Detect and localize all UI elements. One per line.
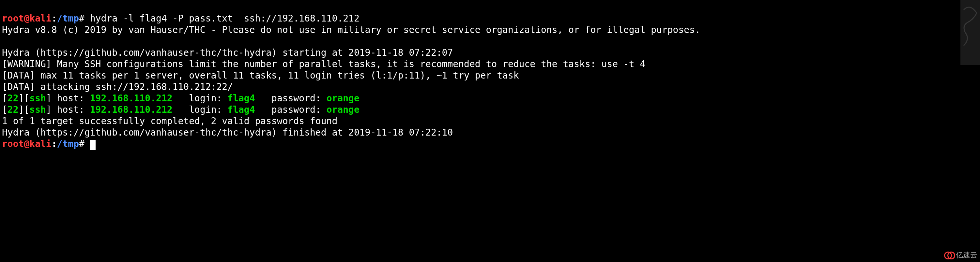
prompt-path: /tmp bbox=[57, 13, 79, 24]
prompt-at: @ bbox=[24, 13, 29, 24]
result-host: 192.168.110.212 bbox=[90, 93, 173, 104]
result-password: orange bbox=[326, 93, 360, 104]
host-label: host: bbox=[51, 93, 90, 104]
result-service: ssh bbox=[29, 93, 46, 104]
result-host: 192.168.110.212 bbox=[90, 104, 173, 115]
password-label: password: bbox=[255, 104, 326, 115]
prompt-host: kali bbox=[29, 13, 51, 24]
cursor-icon bbox=[90, 140, 95, 150]
command-text: hydra -l flag4 -P pass.txt ssh://192.168… bbox=[90, 13, 360, 24]
prompt-host: kali bbox=[29, 138, 51, 149]
dragon-icon bbox=[961, 0, 980, 65]
desktop-decoration bbox=[961, 0, 980, 65]
password-label: password: bbox=[255, 93, 326, 104]
finished-line: Hydra (https://github.com/vanhauser-thc/… bbox=[2, 127, 453, 138]
result-login: flag4 bbox=[228, 93, 255, 104]
result-line-1: [22][ssh] host: 192.168.110.212 login: f… bbox=[2, 93, 360, 104]
result-password: orange bbox=[326, 104, 360, 115]
warning-line: [WARNING] Many SSH configurations limit … bbox=[2, 59, 645, 70]
prompt-at: @ bbox=[24, 138, 29, 149]
result-line-2: [22][ssh] host: 192.168.110.212 login: f… bbox=[2, 104, 360, 115]
prompt-user: root bbox=[2, 138, 24, 149]
prompt-line-2: root@kali:/tmp# bbox=[2, 138, 95, 149]
banner-line: Hydra v8.8 (c) 2019 by van Hauser/THC - … bbox=[2, 24, 700, 35]
host-label: host: bbox=[51, 104, 90, 115]
prompt-colon: : bbox=[51, 138, 57, 149]
watermark-logo-icon bbox=[944, 250, 954, 260]
result-port: 22 bbox=[8, 93, 19, 104]
terminal-output[interactable]: root@kali:/tmp# hydra -l flag4 -P pass.t… bbox=[0, 0, 980, 151]
login-label: login: bbox=[173, 93, 228, 104]
login-label: login: bbox=[173, 104, 228, 115]
watermark-text: 亿速云 bbox=[956, 251, 977, 260]
summary-line: 1 of 1 target successfully completed, 2 … bbox=[2, 116, 337, 127]
prompt-line-1: root@kali:/tmp# hydra -l flag4 -P pass.t… bbox=[2, 13, 360, 24]
starting-line: Hydra (https://github.com/vanhauser-thc/… bbox=[2, 47, 453, 58]
prompt-path: /tmp bbox=[57, 138, 79, 149]
prompt-symbol: # bbox=[79, 138, 84, 149]
prompt-symbol: # bbox=[79, 13, 84, 24]
result-port: 22 bbox=[8, 104, 19, 115]
data-line-2: [DATA] attacking ssh://192.168.110.212:2… bbox=[2, 81, 233, 92]
result-login: flag4 bbox=[228, 104, 255, 115]
data-line-1: [DATA] max 11 tasks per 1 server, overal… bbox=[2, 70, 519, 81]
prompt-colon: : bbox=[51, 13, 57, 24]
result-service: ssh bbox=[29, 104, 46, 115]
watermark: 亿速云 bbox=[944, 250, 977, 260]
prompt-user: root bbox=[2, 13, 24, 24]
